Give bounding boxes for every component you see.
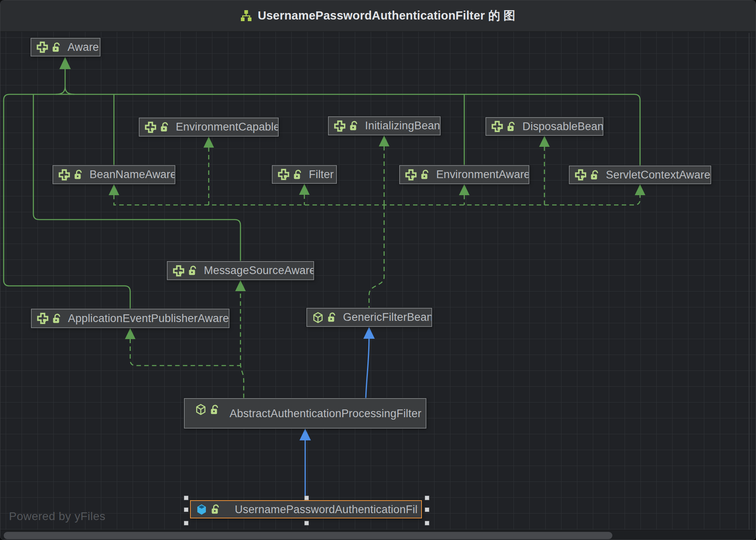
node-message-source-aware[interactable]: MessageSourceAware [167, 261, 314, 280]
selection-handle[interactable] [184, 521, 188, 525]
node-bean-name-aware[interactable]: BeanNameAware [52, 165, 175, 184]
node-servlet-context-aware[interactable]: ServletContextAware [569, 165, 711, 184]
node-icons [400, 169, 430, 181]
interface-icon [173, 265, 184, 277]
node-label: MessageSourceAware [197, 264, 313, 277]
selection-handle[interactable] [425, 496, 429, 500]
node-icons [140, 122, 169, 133]
selection-handle[interactable] [184, 496, 188, 500]
node-label: Aware [61, 41, 100, 54]
node-label: ApplicationEventPublisherAware [61, 312, 229, 325]
open-lock-icon [507, 121, 516, 132]
node-filter[interactable]: Filter [272, 165, 337, 184]
canvas-right-edge [749, 33, 749, 530]
node-label: BeanNameAware [83, 168, 175, 181]
selection-handle[interactable] [184, 507, 188, 512]
abstract-class-icon [195, 404, 206, 415]
horizontal-scrollbar-track[interactable] [0, 530, 756, 540]
class-icon [196, 504, 207, 515]
node-label: EnvironmentCapable [169, 121, 278, 133]
node-environment-capable[interactable]: EnvironmentCapable [139, 118, 279, 137]
node-initializing-bean[interactable]: InitializingBean [328, 116, 441, 135]
interface-icon [37, 313, 48, 324]
diagram-canvas[interactable] [0, 32, 756, 530]
node-label: EnvironmentAware [430, 168, 529, 181]
open-lock-icon [211, 504, 220, 515]
selection-handle[interactable] [425, 521, 429, 525]
open-lock-icon [590, 170, 599, 181]
node-environment-aware[interactable]: EnvironmentAware [399, 165, 529, 184]
node-abstract-authentication-processing-filter[interactable]: AbstractAuthenticationProcessingFilter [184, 398, 426, 429]
node-icons [307, 312, 336, 323]
node-aware[interactable]: Aware [31, 38, 101, 57]
node-icons [486, 121, 516, 132]
diagram-title: UsernamePasswordAuthenticationFilter 的 图 [258, 8, 515, 24]
selection-handle[interactable] [304, 496, 309, 500]
node-label: DisposableBean [516, 120, 603, 133]
node-label: InitializingBean [358, 120, 440, 132]
selection-handle[interactable] [425, 507, 429, 512]
diagram-window: UsernamePasswordAuthenticationFilter 的 图 [0, 0, 756, 540]
open-lock-icon [160, 122, 169, 133]
interface-icon [278, 169, 289, 180]
interface-icon [492, 121, 503, 132]
interface-icon [334, 120, 345, 132]
interface-icon [405, 169, 417, 181]
node-icons [329, 120, 358, 132]
node-disposable-bean[interactable]: DisposableBean [485, 117, 603, 136]
selection-handle[interactable] [304, 521, 309, 525]
node-generic-filter-bean[interactable]: GenericFilterBean [306, 308, 432, 327]
yfiles-watermark: Powered by yFiles [9, 510, 105, 523]
node-icons [570, 169, 599, 181]
horizontal-scrollbar-thumb[interactable] [4, 532, 612, 539]
node-label: AbstractAuthenticationProcessingFilter [229, 407, 422, 420]
node-label: Filter [302, 168, 336, 181]
open-lock-icon [74, 169, 83, 180]
open-lock-icon [188, 265, 197, 276]
node-icons [53, 169, 83, 181]
open-lock-icon [327, 312, 336, 323]
node-icons [273, 169, 302, 180]
node-application-event-publisher-aware[interactable]: ApplicationEventPublisherAware [31, 309, 229, 328]
node-icons [191, 504, 220, 515]
open-lock-icon [52, 313, 61, 324]
node-label: UsernamePasswordAuthenticationFilter [235, 503, 418, 516]
node-icons [32, 313, 61, 324]
title-bar: UsernamePasswordAuthenticationFilter 的 图 [0, 0, 756, 32]
open-lock-icon [349, 120, 358, 131]
interface-icon [575, 169, 586, 181]
node-label: GenericFilterBean [336, 311, 431, 324]
interface-icon [59, 169, 70, 181]
node-icons [168, 265, 197, 277]
open-lock-icon [420, 169, 430, 180]
node-icons [190, 404, 219, 415]
abstract-class-icon [312, 312, 323, 323]
hierarchy-icon [240, 10, 252, 22]
interface-icon [37, 41, 48, 53]
interface-icon [145, 122, 156, 133]
node-label: ServletContextAware [599, 169, 710, 181]
node-icons [31, 41, 61, 53]
open-lock-icon [293, 169, 302, 180]
open-lock-icon [210, 404, 219, 415]
node-username-password-authentication-filter[interactable]: UsernamePasswordAuthenticationFilter [190, 500, 422, 518]
open-lock-icon [52, 42, 61, 53]
